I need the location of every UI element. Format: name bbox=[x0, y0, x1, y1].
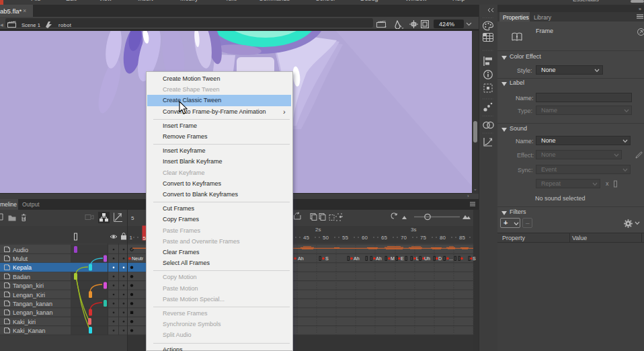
svg-text:Neutr: Neutr bbox=[132, 256, 144, 261]
svg-text:meline: meline bbox=[0, 201, 17, 208]
svg-text:85: 85 bbox=[459, 235, 465, 241]
svg-text:M: M bbox=[391, 256, 395, 261]
svg-text:Lengan_kanan: Lengan_kanan bbox=[13, 309, 53, 316]
svg-text:Tangan_kiri: Tangan_kiri bbox=[13, 282, 44, 289]
svg-text:60: 60 bbox=[362, 235, 368, 241]
svg-text:E: E bbox=[401, 256, 404, 261]
svg-text:5: 5 bbox=[131, 215, 134, 221]
svg-text:L: L bbox=[416, 256, 419, 261]
svg-text:Audio: Audio bbox=[13, 247, 28, 254]
svg-text:Output: Output bbox=[22, 201, 40, 208]
svg-text:Tangan_kanan: Tangan_kanan bbox=[13, 301, 52, 307]
svg-text:S: S bbox=[325, 256, 329, 261]
svg-text:45: 45 bbox=[303, 235, 309, 241]
svg-text:Mulut: Mulut bbox=[13, 256, 28, 262]
svg-text:80: 80 bbox=[440, 235, 446, 241]
svg-text:70: 70 bbox=[401, 235, 407, 241]
svg-text:55: 55 bbox=[342, 235, 348, 241]
svg-text:Kaki_kiri: Kaki_kiri bbox=[13, 319, 36, 325]
svg-text:Lengan_Kiri: Lengan_Kiri bbox=[13, 292, 45, 299]
svg-text:Badan: Badan bbox=[13, 274, 30, 280]
svg-text:D: D bbox=[438, 256, 442, 261]
svg-text:2s: 2s bbox=[315, 227, 321, 233]
svg-text:S: S bbox=[473, 256, 476, 261]
svg-text:Ah: Ah bbox=[298, 256, 304, 261]
svg-text:Uh: Uh bbox=[424, 256, 430, 261]
svg-text:65: 65 bbox=[381, 235, 387, 241]
svg-text:3s: 3s bbox=[411, 227, 416, 233]
svg-text:50: 50 bbox=[323, 235, 329, 241]
svg-text:Ah: Ah bbox=[376, 256, 382, 261]
svg-text:...: ... bbox=[449, 256, 453, 261]
svg-text:1: 1 bbox=[130, 235, 133, 241]
svg-text:75: 75 bbox=[420, 235, 426, 241]
svg-text:Kepala: Kepala bbox=[13, 264, 32, 271]
svg-text:Kaki_Kanan: Kaki_Kanan bbox=[13, 327, 46, 334]
svg-text:Ah: Ah bbox=[354, 256, 360, 261]
